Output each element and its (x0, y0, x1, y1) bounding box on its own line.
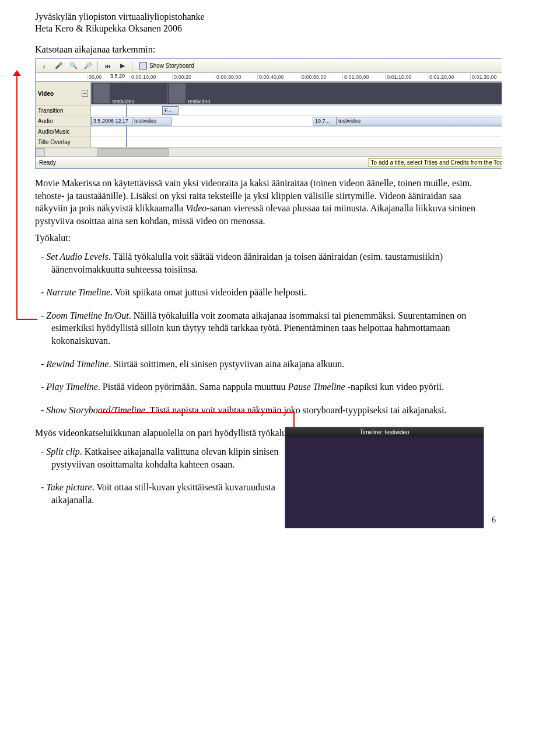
video-track-row: Video − testivideo testivideo (36, 82, 502, 106)
video-clip[interactable]: testivideo (167, 82, 502, 104)
transition-clip[interactable]: F... (162, 106, 178, 115)
clip-label: testivideo (113, 99, 135, 104)
tool-desc: . Tällä työkalulla voit säätää videon ää… (51, 252, 443, 274)
audio-track[interactable]: 3.5.2006 12:17 testivideo 19.7... testiv… (91, 116, 502, 126)
tool-item: Take picture. Voit ottaa still-kuvan yks… (51, 481, 315, 506)
tool-name: Zoom Timeline In/Out (46, 311, 128, 320)
zoom-out-icon[interactable]: 🔎 (83, 61, 93, 71)
transition-track-row: Transition F... (36, 106, 502, 116)
tools-list: Set Audio Levels. Tällä työkalulla voit … (35, 250, 478, 416)
bottom-section: Myös videonkatseluikkunan alapuolella on… (35, 427, 478, 506)
tool-desc: . Pistää videon pyörimään. Sama nappula … (98, 382, 288, 392)
audio-track-row: Audio 3.5.2006 12:17 testivideo 19.7... … (36, 116, 502, 127)
zoom-in-icon[interactable]: 🔍 (68, 61, 78, 71)
bottom-text-column: Myös videonkatseluikkunan alapuolella on… (35, 427, 315, 506)
playhead (126, 106, 127, 116)
timeline-marker: 3.5.20 (110, 73, 125, 79)
tool-name: Rewind Timeline (46, 359, 108, 369)
toolbar-separator (132, 61, 132, 71)
tool-name: Split clip (46, 447, 79, 456)
intro-line: Katsotaan aikajanaa tarkemmin: (35, 44, 478, 55)
transition-track[interactable]: F... (91, 106, 502, 116)
callout-rule-vertical (16, 74, 18, 319)
callout-line-to-player (99, 412, 293, 413)
clip-label: testivideo (188, 99, 211, 104)
narrate-icon[interactable]: 🎤 (54, 61, 64, 71)
tool-desc: . Siirtää soittimen, eli sinisen pystyvi… (108, 359, 344, 369)
tool-item: Narrate Timeline. Voit spiikata omat jut… (51, 286, 478, 299)
tool-desc: . Voit spiikata omat juttusi videoiden p… (110, 287, 306, 297)
ruler-tick: 0:00:30,00 (215, 74, 257, 80)
clip-thumbnail (169, 83, 186, 103)
audio-levels-icon[interactable]: ♪ (39, 61, 49, 71)
tool-item: Zoom Timeline In/Out. Näillä työkaluilla… (51, 309, 478, 347)
video-label-text: Video (38, 90, 54, 97)
tool-name: Set Audio Levels (46, 252, 108, 262)
scroll-left-icon[interactable] (36, 148, 45, 156)
ruler-tick: 0:00:10,00 (130, 74, 172, 80)
video-track-label: Video − (36, 82, 91, 105)
rewind-icon[interactable]: ⏮ (103, 61, 113, 71)
audiomusic-track-label: Audio/Music (36, 127, 91, 137)
status-text: Ready (39, 159, 56, 166)
collapse-toggle-icon[interactable]: − (82, 90, 88, 97)
video-track[interactable]: testivideo testivideo (91, 82, 502, 105)
document-header: Jyväskylän yliopiston virtuaaliyliopisto… (35, 12, 478, 34)
player-screen (285, 437, 484, 528)
horizontal-scrollbar[interactable] (36, 148, 502, 156)
titleoverlay-track[interactable] (91, 137, 502, 147)
bottom-tools-list: Split clip. Katkaisee aikajanalla valitt… (35, 445, 315, 506)
audio-clip[interactable]: testivideo (132, 117, 172, 126)
titleoverlay-track-row: Title Overlay (36, 137, 502, 148)
tool-name2: Pause Timeline (288, 382, 345, 392)
audio-track-label: Audio (36, 116, 91, 126)
audiomusic-track-row: Audio/Music (36, 127, 502, 137)
ruler-tick: 0:00:50,00 (300, 74, 342, 80)
tool-item: Show Storyboard/Timeline. Tästä napista … (51, 404, 478, 417)
audio-clip[interactable]: testivideo (336, 117, 502, 126)
timeline-toolbar: ♪ 🎤 🔍 🔎 ⏮ ▶ Show Storyboard (36, 59, 502, 73)
clip-thumbnail (93, 83, 110, 103)
header-line1: Jyväskylän yliopiston virtuaaliyliopisto… (35, 12, 478, 22)
bottom-intro: Myös videonkatseluikkunan alapuolella on… (35, 427, 315, 440)
ruler-tick: 0:01:20,00 (428, 74, 470, 80)
video-clip[interactable]: testivideo (91, 82, 172, 104)
tool-name: Narrate Timeline (46, 287, 110, 297)
timeline-statusbar: Ready To add a title, select Titles and … (36, 156, 502, 168)
tools-heading: Työkalut: (35, 232, 478, 245)
playhead (126, 127, 127, 137)
toolbar-separator (97, 61, 98, 71)
audiomusic-track[interactable] (91, 127, 502, 137)
timeline-ruler[interactable]: 00,00 0:00:10,00 0:00:20 0:00:30,00 0:00… (36, 73, 502, 82)
playhead (126, 137, 127, 147)
tool-name: Play Timeline (46, 382, 97, 392)
timeline-screenshot: ♪ 🎤 🔍 🔎 ⏮ ▶ Show Storyboard 00,00 0:00:1… (35, 58, 502, 169)
ruler-tick: 0:00:20 (172, 74, 215, 80)
ruler-tick: 0:00:40,00 (257, 74, 300, 80)
show-storyboard-button[interactable]: Show Storyboard (137, 61, 197, 70)
tool-item: Split clip. Katkaisee aikajanalla valitt… (51, 445, 315, 470)
title-hint: To add a title, select Titles and Credit… (368, 158, 502, 167)
tool-name: Take picture (46, 482, 92, 492)
scrollbar-thumb[interactable] (97, 148, 169, 156)
ruler-tick: 0:01:10,00 (385, 74, 428, 80)
paragraph-1: Movie Makerissa on käytettävissä vain yk… (35, 177, 478, 227)
audio-clip[interactable]: 3.5.2006 12:17 (91, 117, 136, 126)
header-line2: Heta Kero & Rikupekka Oksanen 2006 (35, 23, 478, 34)
player-title: Timeline: testivideo (285, 427, 484, 437)
tool-item: Play Timeline. Pistää videon pyörimään. … (51, 381, 478, 393)
ruler-tick: 0:01:30,00 (470, 74, 502, 80)
tool-desc: . Katkaisee aikajanalla valittuna olevan… (51, 447, 278, 469)
tool-item: Rewind Timeline. Siirtää soittimen, eli … (51, 358, 478, 371)
play-icon[interactable]: ▶ (117, 61, 127, 71)
storyboard-icon (139, 62, 147, 69)
tool-item: Set Audio Levels. Tällä työkalulla voit … (51, 250, 478, 276)
storyboard-label: Show Storyboard (149, 62, 194, 69)
transition-track-label: Transition (36, 106, 91, 116)
titleoverlay-track-label: Title Overlay (36, 137, 91, 147)
preview-player: Timeline: testivideo Paused 0:00:31,44 /… (285, 427, 484, 528)
tool-desc2: -napiksi kun video pyörii. (345, 382, 444, 392)
callout-rule-horizontal (16, 319, 37, 320)
callout-line-to-player-v (293, 412, 295, 427)
ruler-tick: 0:01:00,00 (342, 74, 385, 80)
